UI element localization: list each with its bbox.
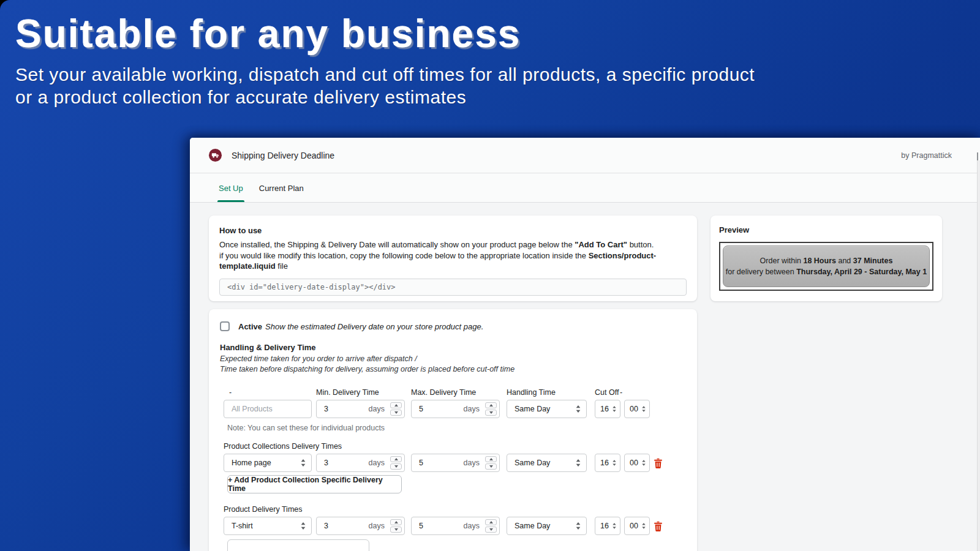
arrow-down-icon: [489, 465, 493, 468]
cutoff-hour-select[interactable]: 16: [595, 517, 620, 535]
hero-subtitle-line1: Set your available working, dispatch and…: [15, 63, 959, 86]
product-value: T-shirt: [224, 522, 253, 530]
preview-dates: Thursday, April 29 - Saturday, May 1: [796, 268, 927, 276]
number-stepper[interactable]: [390, 402, 402, 416]
min-delivery-value: 3: [317, 459, 328, 467]
add-collection-delivery-button[interactable]: + Add Product Collection Specific Delive…: [227, 475, 402, 493]
preview-title: Preview: [719, 225, 933, 234]
active-label: Active: [238, 322, 262, 331]
step-up-button[interactable]: [485, 519, 497, 525]
chevron-updown-icon: [641, 459, 646, 467]
step-up-button[interactable]: [485, 456, 497, 462]
how-to-use-text: Once installed, the Shipping & Delivery …: [219, 239, 687, 272]
tab-set-up[interactable]: Set Up: [219, 174, 243, 202]
max-delivery-input[interactable]: 5 days: [411, 400, 500, 418]
header-dash: -: [224, 388, 312, 397]
max-delivery-input[interactable]: 5 days: [411, 454, 500, 472]
cutoff-hour-select[interactable]: 16: [595, 400, 620, 418]
chevron-updown-icon: [612, 522, 617, 530]
min-delivery-input[interactable]: 3 days: [316, 517, 405, 535]
cutoff-minute-value: 00: [625, 405, 638, 413]
cutoff-minute-value: 00: [625, 459, 638, 467]
app-window: Shipping Delivery Deadline by Pragmattic…: [190, 138, 980, 551]
header-handling-time: Handling Time: [507, 388, 587, 397]
number-stepper[interactable]: [390, 519, 402, 533]
handling-time-select[interactable]: Same Day: [507, 517, 587, 535]
number-stepper[interactable]: [485, 402, 497, 416]
days-unit-label: days: [369, 522, 385, 530]
promo-image: Suitable for any business Set your avail…: [0, 0, 980, 551]
number-stepper[interactable]: [390, 456, 402, 470]
cutoff-minute-select[interactable]: 00: [624, 400, 650, 418]
handling-time-select[interactable]: Same Day: [507, 454, 587, 472]
scrollbar-thumb[interactable]: [977, 152, 978, 160]
step-up-button[interactable]: [390, 402, 402, 408]
min-delivery-value: 3: [317, 405, 328, 413]
next-row-cutoff-field[interactable]: [227, 539, 369, 551]
step-down-button[interactable]: [485, 410, 497, 416]
step-down-button[interactable]: [390, 410, 402, 416]
hero-subtitle: Set your available working, dispatch and…: [15, 63, 959, 108]
handling-time-select[interactable]: Same Day: [507, 400, 587, 418]
app-title: Shipping Delivery Deadline: [232, 151, 334, 160]
scrollbar-track[interactable]: [977, 160, 980, 551]
code-snippet-field[interactable]: <div id="delivery-date-display"></div>: [219, 279, 687, 296]
all-products-field[interactable]: All Products: [224, 400, 312, 418]
step-up-button[interactable]: [390, 519, 402, 525]
chevron-updown-icon: [612, 459, 617, 467]
cutoff-minute-value: 00: [625, 522, 638, 530]
max-delivery-input[interactable]: 5 days: [411, 517, 500, 535]
preview-line1-a: Order within: [760, 257, 804, 265]
howto-p2: if you would like modify this location, …: [219, 251, 589, 260]
handling-description-1: Expected time taken for you order to arr…: [220, 354, 686, 364]
hero-banner: Suitable for any business Set your avail…: [15, 9, 959, 108]
step-down-button[interactable]: [390, 463, 402, 470]
max-delivery-value: 5: [412, 522, 423, 530]
delivery-estimate-widget: Order within 18 Hours and 37 Minutes for…: [723, 246, 930, 287]
delete-row-button[interactable]: [654, 521, 663, 531]
cutoff-minute-select[interactable]: 00: [624, 454, 650, 472]
step-up-button[interactable]: [485, 402, 497, 408]
chevron-updown-icon: [612, 405, 617, 413]
days-unit-label: days: [464, 405, 480, 413]
days-unit-label: days: [464, 522, 480, 530]
arrow-down-icon: [394, 465, 398, 468]
chevron-updown-icon: [300, 522, 306, 530]
preview-line2: for delivery between Thursday, April 29 …: [726, 266, 927, 277]
step-down-button[interactable]: [485, 527, 497, 533]
chevron-updown-icon: [641, 522, 646, 530]
chevron-updown-icon: [641, 405, 646, 413]
cutoff-minute-select[interactable]: 00: [624, 517, 650, 535]
step-down-button[interactable]: [390, 527, 402, 533]
number-stepper[interactable]: [485, 519, 497, 533]
delivery-times-table: - Min. Delivery Time Max. Delivery Time …: [224, 388, 686, 551]
cutoff-hour-value: 16: [595, 522, 609, 530]
product-select[interactable]: T-shirt: [224, 517, 312, 535]
arrow-down-icon: [394, 411, 398, 414]
delete-row-button[interactable]: [654, 458, 663, 468]
min-delivery-input[interactable]: 3 days: [316, 400, 405, 418]
active-checkbox[interactable]: [220, 321, 230, 331]
howto-p1-bold: "Add To Cart": [575, 240, 627, 249]
preview-hours: 18 Hours: [803, 257, 836, 265]
individual-products-note: Note: You can set these for individual p…: [224, 424, 686, 432]
chevron-updown-icon: [300, 459, 306, 467]
min-delivery-input[interactable]: 3 days: [316, 454, 405, 472]
code-snippet-text: <div id="delivery-date-display"></div>: [227, 283, 396, 291]
collection-select[interactable]: Home page: [224, 454, 312, 472]
handling-description-2: Time taken before dispatching for delive…: [220, 364, 686, 375]
step-up-button[interactable]: [390, 456, 402, 462]
step-down-button[interactable]: [485, 463, 497, 470]
preview-line2-a: for delivery between: [726, 268, 796, 276]
cutoff-hour-value: 16: [595, 405, 609, 413]
collection-value: Home page: [224, 459, 271, 467]
number-stepper[interactable]: [485, 456, 497, 470]
tab-current-plan[interactable]: Current Plan: [259, 174, 304, 202]
preview-frame: Order within 18 Hours and 37 Minutes for…: [719, 242, 933, 291]
arrow-down-icon: [394, 528, 398, 531]
header-cut-off: Cut Off: [595, 388, 620, 397]
active-toggle-row: Active Show the estimated Delivery date …: [220, 321, 686, 331]
cutoff-hour-select[interactable]: 16: [595, 454, 620, 472]
hero-title: Suitable for any business: [15, 9, 959, 59]
active-description: Show the estimated Delivery date on your…: [265, 322, 483, 331]
